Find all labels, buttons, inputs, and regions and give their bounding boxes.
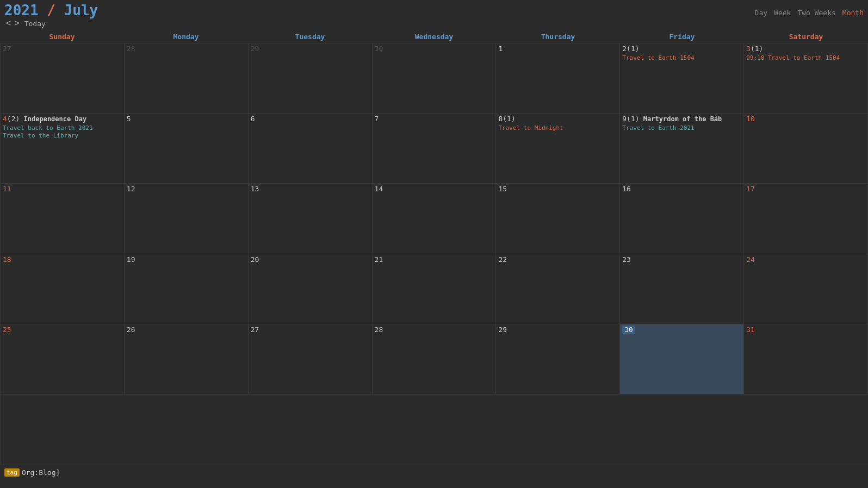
table-row[interactable]: 5 [125, 114, 249, 184]
table-row[interactable]: 28 [373, 324, 497, 395]
table-row[interactable]: 18 [1, 254, 125, 324]
table-row[interactable]: 11 [1, 184, 125, 254]
table-row[interactable]: 15 [496, 184, 620, 254]
table-row[interactable]: 21 [373, 254, 497, 324]
table-row[interactable]: 27 [249, 324, 373, 395]
table-row[interactable]: 31 [744, 324, 868, 395]
list-item[interactable]: 09:18 Travel to Earth 1504 [746, 54, 865, 61]
today-cell[interactable]: 30 [620, 324, 744, 395]
header-top-row: 2021 / July Day Week Two Weeks Month [0, 0, 868, 18]
table-row[interactable]: 20 [249, 254, 373, 324]
table-row[interactable]: 26 [125, 324, 249, 395]
view-month[interactable]: Month [842, 9, 864, 17]
table-row[interactable]: 28 [125, 43, 249, 114]
table-row[interactable]: 3 (1) 09:18 Travel to Earth 1504 [744, 43, 868, 114]
table-row[interactable]: 29 [249, 43, 373, 114]
table-row[interactable]: 1 [496, 43, 620, 114]
table-row[interactable]: 6 [249, 114, 373, 184]
col-header-monday: Monday [124, 30, 248, 43]
table-row[interactable]: 19 [125, 254, 249, 324]
table-row[interactable]: 10 [744, 114, 868, 184]
table-row[interactable]: 16 [620, 184, 744, 254]
view-day[interactable]: Day [755, 9, 767, 17]
table-row[interactable]: 12 [125, 184, 249, 254]
col-header-tuesday: Tuesday [248, 30, 372, 43]
list-item[interactable]: Travel to Earth 2021 [622, 124, 741, 132]
list-item[interactable]: Travel to Midnight [498, 124, 617, 132]
table-row[interactable]: 9 (1) Martyrdom of the Báb Travel to Ear… [620, 114, 744, 184]
table-row[interactable]: 2 (1) Travel to Earth 1504 [620, 43, 744, 114]
year-text: 2021 [4, 2, 39, 18]
prev-button[interactable]: < [4, 18, 13, 28]
table-row[interactable]: 4 (2) Independence Day Travel back to Ea… [1, 114, 125, 184]
calendar-title: 2021 / July [4, 2, 98, 18]
month-text: July [64, 2, 98, 18]
footer-tag: tag [4, 468, 20, 477]
table-row[interactable]: 13 [249, 184, 373, 254]
view-two-weeks[interactable]: Two Weeks [797, 9, 835, 17]
table-row[interactable]: 25 [1, 324, 125, 395]
footer: tag Org:Blog] [0, 465, 868, 480]
list-item[interactable]: Travel to Earth 1504 [622, 54, 741, 61]
col-header-wednesday: Wednesday [372, 30, 496, 43]
col-header-friday: Friday [620, 30, 744, 43]
col-header-sunday: Sunday [0, 30, 124, 43]
list-item[interactable]: Travel to the Library [3, 132, 122, 139]
view-week[interactable]: Week [774, 9, 791, 17]
table-row[interactable]: 27 [1, 43, 125, 114]
app-container: 2021 / July Day Week Two Weeks Month < >… [0, 0, 868, 480]
table-row[interactable]: 8 (1) Travel to Midnight [496, 114, 620, 184]
table-row[interactable]: 22 [496, 254, 620, 324]
calendar-grid: 27 28 29 30 1 2 (1) Travel to Earth 1504… [0, 43, 868, 465]
col-header-saturday: Saturday [744, 30, 868, 43]
table-row[interactable]: 14 [373, 184, 497, 254]
today-button[interactable]: Today [24, 20, 46, 28]
calendar-header: Sunday Monday Tuesday Wednesday Thursday… [0, 30, 868, 43]
table-row[interactable]: 17 [744, 184, 868, 254]
view-switcher: Day Week Two Weeks Month [755, 9, 864, 17]
col-header-thursday: Thursday [496, 30, 620, 43]
table-row[interactable]: 7 [373, 114, 497, 184]
nav-controls: < > Today [0, 18, 868, 30]
slash-text: / [47, 2, 64, 18]
table-row[interactable]: 29 [496, 324, 620, 395]
table-row[interactable]: 24 [744, 254, 868, 324]
next-button[interactable]: > [13, 18, 21, 28]
footer-text: Org:Blog] [22, 468, 60, 477]
table-row[interactable]: 23 [620, 254, 744, 324]
list-item[interactable]: Travel back to Earth 2021 [3, 124, 122, 132]
table-row[interactable]: 30 [373, 43, 497, 114]
